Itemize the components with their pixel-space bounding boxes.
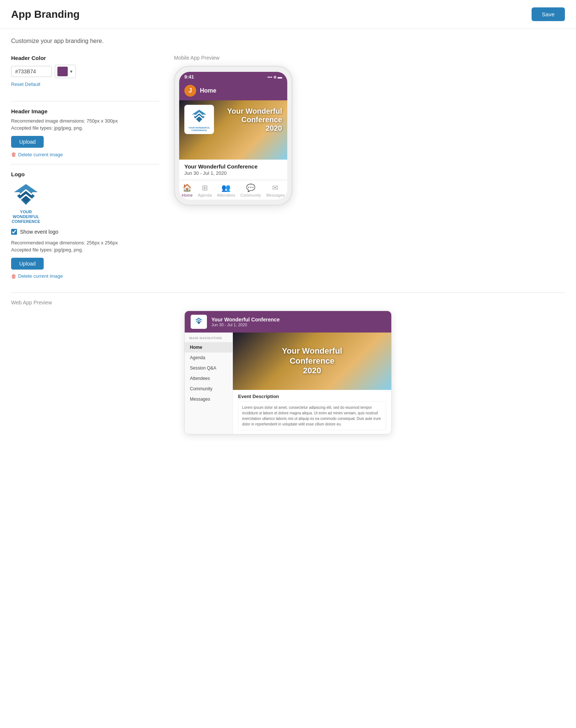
logo-diamond-icon: [11, 182, 41, 209]
attendees-icon: 👥: [221, 183, 231, 192]
web-nav-community[interactable]: Community: [185, 384, 232, 394]
battery-icon: ▬: [278, 74, 282, 80]
web-hero: Your Wonderful Conference 2020: [233, 333, 391, 390]
header-image-upload-button[interactable]: Upload: [11, 136, 44, 148]
show-logo-row: Show event logo: [11, 229, 159, 235]
color-swatch-button[interactable]: ▼: [55, 65, 76, 78]
web-nav-attendees[interactable]: Attendees: [185, 373, 232, 384]
community-icon: 💬: [246, 183, 255, 192]
web-lorem-text: Lorem ipsum dolor sit amet, consectetur …: [238, 401, 386, 430]
trash-icon: 🗑: [11, 151, 16, 157]
logo-caption: YOUR WONDERFUL CONFERENCE: [11, 210, 41, 224]
nav-avatar: J: [184, 85, 196, 97]
phone-nav-agenda[interactable]: ⊞ Agenda: [198, 183, 212, 197]
divider-3: [11, 293, 565, 293]
phone-hero: YOUR WONDERFUL CONFERENCE Your Wonderful…: [179, 100, 287, 160]
color-swatch: [57, 67, 68, 76]
web-event-desc-title: Event Description: [238, 394, 386, 399]
page-title: App Branding: [11, 9, 80, 20]
hero-conference-text: Your Wonderful Conference 2020: [227, 107, 282, 133]
header-color-label: Header Color: [11, 55, 159, 61]
web-logo-box: [191, 315, 207, 329]
page-header: App Branding Save: [0, 0, 576, 29]
left-column: Header Color ▼ Reset Default Header Imag…: [11, 55, 159, 279]
phone-nav-messages[interactable]: ✉ Messages: [266, 183, 285, 197]
header-image-rec-dimensions: Recommended image dimensions: 750px x 30…: [11, 118, 159, 124]
web-nav-session-qa[interactable]: Session Q&A: [185, 363, 232, 373]
phone-nav-title: Home: [200, 87, 216, 94]
logo-delete-link[interactable]: 🗑 Delete current image: [11, 273, 63, 279]
home-icon: 🏠: [182, 183, 192, 192]
phone-bottom-nav: 🏠 Home ⊞ Agenda 👥 Attendees 💬: [179, 180, 287, 200]
main-two-col: Header Color ▼ Reset Default Header Imag…: [11, 55, 565, 279]
web-preview-section: Web App Preview Your Wonderful Con: [11, 293, 565, 434]
logo-trash-icon: 🗑: [11, 273, 16, 279]
divider-1: [11, 101, 159, 101]
logo-svg-wrapper: YOUR WONDERFUL CONFERENCE: [11, 182, 159, 224]
show-logo-checkbox[interactable]: [11, 229, 17, 235]
status-icons: ▪▪▪ ⌾ ▬: [267, 74, 282, 80]
phone-status-bar: 9:41 ▪▪▪ ⌾ ▬: [179, 72, 287, 82]
web-sidebar: MAIN NAVIGATION Home Agenda Session Q&A …: [185, 333, 233, 434]
logo-accepted-types: Accepted file types: jpg/jpeg, png.: [11, 247, 159, 253]
phone-nav-attendees[interactable]: 👥 Attendees: [217, 183, 235, 197]
header-image-label: Header Image: [11, 108, 159, 114]
right-column: Mobile App Preview 9:41 ▪▪▪ ⌾ ▬ J: [174, 55, 565, 279]
agenda-icon: ⊞: [202, 183, 208, 192]
hero-logo-box: YOUR WONDERFUL CONFERENCE: [184, 105, 214, 134]
phone-event-info: Your Wonderful Conference Jun 30 - Jul 1…: [179, 160, 287, 180]
web-frame: Your Wonderful Conference Jun 30 - Jul 1…: [184, 311, 392, 434]
mobile-preview-label: Mobile App Preview: [174, 55, 565, 61]
web-sidebar-nav-label: MAIN NAVIGATION: [185, 336, 232, 340]
color-row: ▼: [11, 65, 159, 78]
web-main: Your Wonderful Conference 2020 Event Des…: [233, 333, 391, 434]
color-hex-input[interactable]: [11, 66, 52, 77]
web-conf-name: Your Wonderful Conference: [211, 317, 280, 323]
hero-logo-caption: YOUR WONDERFUL CONFERENCE: [188, 127, 210, 132]
phone-inner: 9:41 ▪▪▪ ⌾ ▬ J Home: [179, 72, 287, 200]
web-logo-icon: [194, 317, 204, 326]
web-preview-label: Web App Preview: [11, 300, 565, 305]
wifi-icon: ⌾: [274, 74, 276, 80]
header-image-delete-link[interactable]: 🗑 Delete current image: [11, 151, 63, 157]
phone-nav-bar: J Home: [179, 82, 287, 100]
logo-upload-button[interactable]: Upload: [11, 258, 44, 270]
show-logo-label: Show event logo: [20, 229, 58, 235]
phone-nav-community[interactable]: 💬 Community: [240, 183, 261, 197]
phone-frame: 9:41 ▪▪▪ ⌾ ▬ J Home: [174, 66, 292, 206]
web-conf-date: Jun 30 - Jul 1, 2020: [211, 323, 280, 327]
signal-icon: ▪▪▪: [267, 74, 272, 80]
page-body: Customize your app branding here. Header…: [0, 29, 576, 443]
phone-time: 9:41: [184, 74, 194, 80]
save-button[interactable]: Save: [532, 7, 565, 21]
web-header-text: Your Wonderful Conference Jun 30 - Jul 1…: [211, 317, 280, 327]
web-body: MAIN NAVIGATION Home Agenda Session Q&A …: [185, 333, 391, 434]
phone-event-date: Jun 30 - Jul 1, 2020: [184, 170, 282, 176]
logo-rec-dimensions: Recommended image dimensions: 256px x 25…: [11, 240, 159, 246]
logo-area: YOUR WONDERFUL CONFERENCE: [11, 182, 159, 224]
color-arrow-icon: ▼: [69, 69, 73, 74]
web-hero-text: Your Wonderful Conference 2020: [282, 346, 342, 375]
logo-label: Logo: [11, 171, 159, 177]
web-nav-home[interactable]: Home: [185, 342, 232, 353]
reset-default-link[interactable]: Reset Default: [11, 81, 40, 87]
divider-2: [11, 164, 159, 164]
page-subtitle: Customize your app branding here.: [11, 38, 565, 44]
phone-event-name: Your Wonderful Conference: [184, 163, 282, 170]
hero-logo-icon: [190, 108, 208, 124]
web-nav-agenda[interactable]: Agenda: [185, 353, 232, 363]
messages-icon: ✉: [272, 183, 278, 192]
web-nav-messages[interactable]: Messages: [185, 394, 232, 404]
web-header-bar: Your Wonderful Conference Jun 30 - Jul 1…: [185, 311, 391, 333]
header-image-accepted-types: Accepted file types: jpg/jpeg, png.: [11, 125, 159, 131]
web-event-description: Event Description Lorem ipsum dolor sit …: [233, 390, 391, 434]
phone-nav-home[interactable]: 🏠 Home: [182, 183, 192, 197]
